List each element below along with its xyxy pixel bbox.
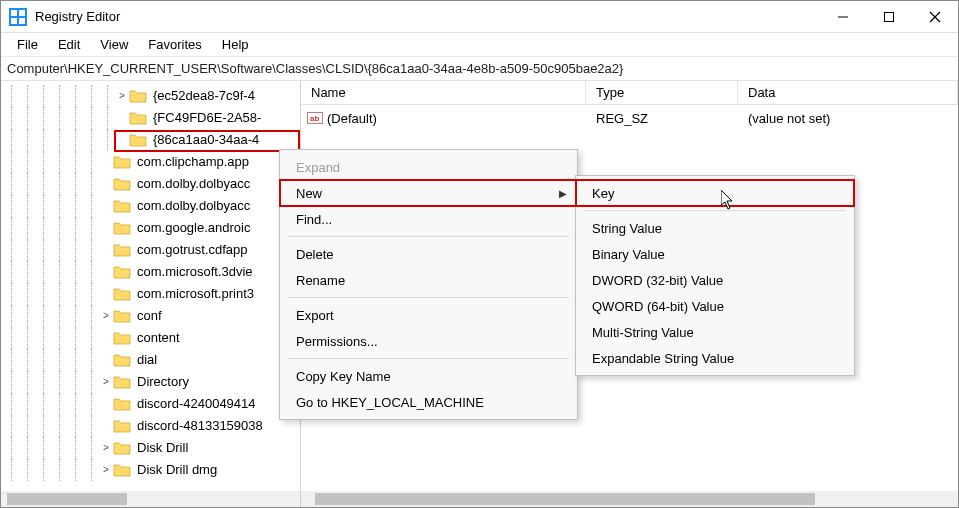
folder-icon — [113, 397, 131, 411]
menu-view[interactable]: View — [90, 34, 138, 55]
expander-icon[interactable]: > — [99, 371, 113, 393]
tree-hscroll-thumb[interactable] — [7, 493, 127, 505]
menu-favorites[interactable]: Favorites — [138, 34, 211, 55]
tree-item[interactable]: com.gotrust.cdfapp — [1, 239, 286, 261]
list-row[interactable]: ab (Default) REG_SZ (value not set) — [301, 107, 958, 129]
expander-icon[interactable]: > — [99, 437, 113, 459]
context-copy-key-name[interactable]: Copy Key Name — [280, 363, 577, 389]
folder-icon — [113, 265, 131, 279]
tree-item-label: Disk Drill dmg — [135, 458, 219, 482]
submenu-string[interactable]: String Value — [576, 215, 854, 241]
folder-icon — [129, 89, 147, 103]
maximize-button[interactable] — [866, 1, 912, 33]
value-name-cell: ab (Default) — [301, 110, 586, 126]
list-body: ab (Default) REG_SZ (value not set) — [301, 105, 958, 129]
context-rename[interactable]: Rename — [280, 267, 577, 293]
tree-item[interactable]: >Disk Drill dmg — [1, 459, 286, 481]
context-new[interactable]: New ▶ — [280, 180, 577, 206]
column-name[interactable]: Name — [301, 81, 586, 104]
tree-item-label: discord-4240049414 — [135, 392, 258, 416]
tree-item[interactable]: com.microsoft.3dvie — [1, 261, 286, 283]
folder-icon — [113, 309, 131, 323]
address-bar[interactable]: Computer\HKEY_CURRENT_USER\Software\Clas… — [1, 57, 958, 81]
expander-icon[interactable]: > — [99, 459, 113, 481]
expander-icon[interactable]: > — [99, 305, 113, 327]
list-hscroll-thumb[interactable] — [315, 493, 815, 505]
column-type[interactable]: Type — [586, 81, 738, 104]
tree-item[interactable]: discord-4240049414 — [1, 393, 286, 415]
folder-icon — [113, 375, 131, 389]
value-name: (Default) — [327, 111, 377, 126]
value-data: (value not set) — [738, 111, 958, 126]
context-find[interactable]: Find... — [280, 206, 577, 232]
column-data[interactable]: Data — [738, 81, 958, 104]
expander-icon[interactable]: > — [115, 85, 129, 107]
tree-item[interactable]: content — [1, 327, 286, 349]
folder-icon — [113, 463, 131, 477]
context-separator — [288, 358, 569, 359]
tree-hscroll[interactable] — [1, 491, 301, 507]
window-controls — [820, 1, 958, 33]
tree-item-label: com.google.androic — [135, 216, 252, 240]
submenu-expandable-string[interactable]: Expandable String Value — [576, 345, 854, 371]
tree-item-label: com.microsoft.3dvie — [135, 260, 255, 284]
tree-item-label: dial — [135, 348, 159, 372]
tree-item[interactable]: discord-48133159038 — [1, 415, 286, 437]
submenu-arrow-icon: ▶ — [559, 188, 567, 199]
close-button[interactable] — [912, 1, 958, 33]
tree-item-label: com.gotrust.cdfapp — [135, 238, 250, 262]
folder-icon — [113, 155, 131, 169]
tree-item[interactable]: {FC49FD6E-2A58- — [1, 107, 286, 129]
menu-edit[interactable]: Edit — [48, 34, 90, 55]
context-permissions[interactable]: Permissions... — [280, 328, 577, 354]
list-hscroll[interactable] — [301, 491, 958, 507]
registry-tree[interactable]: >{ec52dea8-7c9f-4{FC49FD6E-2A58-{86ca1aa… — [1, 85, 286, 481]
svg-rect-1 — [11, 10, 17, 16]
context-goto-hklm[interactable]: Go to HKEY_LOCAL_MACHINE — [280, 389, 577, 415]
tree-item-label: com.microsoft.print3 — [135, 282, 256, 306]
minimize-button[interactable] — [820, 1, 866, 33]
submenu-qword[interactable]: QWORD (64-bit) Value — [576, 293, 854, 319]
menu-help[interactable]: Help — [212, 34, 259, 55]
svg-rect-6 — [885, 12, 894, 21]
context-menu: Expand New ▶ Find... Delete Rename Expor… — [279, 149, 578, 420]
submenu-dword[interactable]: DWORD (32-bit) Value — [576, 267, 854, 293]
tree-pane: >{ec52dea8-7c9f-4{FC49FD6E-2A58-{86ca1aa… — [1, 81, 301, 507]
folder-icon — [129, 133, 147, 147]
svg-rect-4 — [19, 18, 25, 24]
tree-item-label: Directory — [135, 370, 191, 394]
folder-icon — [113, 287, 131, 301]
submenu-key[interactable]: Key — [576, 180, 854, 206]
menubar: File Edit View Favorites Help — [1, 33, 958, 57]
tree-item[interactable]: >conf — [1, 305, 286, 327]
submenu-binary[interactable]: Binary Value — [576, 241, 854, 267]
folder-icon — [113, 199, 131, 213]
tree-item[interactable]: com.google.androic — [1, 217, 286, 239]
tree-item[interactable]: com.dolby.dolbyacc — [1, 173, 286, 195]
context-delete[interactable]: Delete — [280, 241, 577, 267]
context-separator — [288, 297, 569, 298]
string-value-icon: ab — [307, 110, 323, 126]
tree-item[interactable]: com.clipchamp.app — [1, 151, 286, 173]
tree-item[interactable]: >Disk Drill — [1, 437, 286, 459]
menu-file[interactable]: File — [7, 34, 48, 55]
tree-item-label: com.clipchamp.app — [135, 150, 251, 174]
tree-item[interactable]: >Directory — [1, 371, 286, 393]
tree-item-label: {ec52dea8-7c9f-4 — [151, 84, 257, 108]
tree-item[interactable]: {86ca1aa0-34aa-4 — [1, 129, 286, 151]
submenu-multi-string[interactable]: Multi-String Value — [576, 319, 854, 345]
value-type: REG_SZ — [586, 111, 738, 126]
list-header: Name Type Data — [301, 81, 958, 105]
context-expand[interactable]: Expand — [280, 154, 577, 180]
tree-item[interactable]: com.dolby.dolbyacc — [1, 195, 286, 217]
context-export[interactable]: Export — [280, 302, 577, 328]
folder-icon — [113, 243, 131, 257]
folder-icon — [113, 441, 131, 455]
tree-item[interactable]: com.microsoft.print3 — [1, 283, 286, 305]
folder-icon — [113, 221, 131, 235]
tree-item-label: Disk Drill — [135, 436, 190, 460]
tree-item[interactable]: dial — [1, 349, 286, 371]
tree-item[interactable]: >{ec52dea8-7c9f-4 — [1, 85, 286, 107]
svg-rect-3 — [11, 18, 17, 24]
window-title: Registry Editor — [35, 9, 120, 24]
